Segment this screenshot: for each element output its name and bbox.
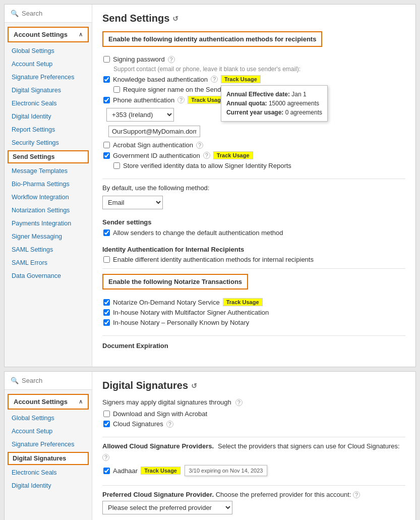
default-method-select[interactable]: Email Phone KBA	[102, 196, 163, 209]
default-method-section: By default, use the following method: Em…	[102, 184, 405, 209]
send-settings-sidebar: 🔍 Account Settings ∧ Global Settings Acc…	[5, 5, 92, 367]
sidebar-item-global-settings[interactable]: Global Settings	[5, 44, 92, 57]
signers-apply-help-icon[interactable]: ?	[235, 399, 243, 406]
inhouse-multifactor-checkbox[interactable]	[103, 309, 110, 316]
signing-password-checkbox[interactable]	[103, 56, 110, 63]
search-input[interactable]	[22, 10, 86, 17]
notarize-on-demand-track-usage-button[interactable]: Track Usage	[223, 298, 263, 306]
sidebar-item-account-setup[interactable]: Account Setup	[5, 57, 92, 71]
store-verified-row: Store verified identity data to allow Si…	[113, 162, 405, 169]
signers-apply-section: Signers may apply digital signatures thr…	[102, 398, 405, 428]
require-signer-name-checkbox[interactable]	[113, 86, 120, 93]
signers-apply-label: Signers may apply digital signatures thr…	[102, 398, 231, 406]
gov-id-checkbox[interactable]	[103, 152, 110, 159]
sidebar-item-saml-errors[interactable]: SAML Errors	[5, 256, 92, 269]
aadhaar-row: Aadhaar Track Usage 3/10 expiring on Nov…	[103, 465, 405, 476]
account-settings-toggle[interactable]: Account Settings ∧	[8, 27, 89, 42]
sidebar-item-send-settings[interactable]: Send Settings	[8, 150, 89, 163]
default-method-select-wrapper: Email Phone KBA	[102, 196, 405, 209]
digital-sig-divider1	[102, 437, 405, 437]
sidebar-item-saml-settings[interactable]: SAML Settings	[5, 243, 92, 256]
signing-password-label: Signing password	[113, 55, 165, 63]
kba-track-usage-button[interactable]: Track Usage	[221, 75, 261, 83]
sidebar-item-electronic-seals[interactable]: Electronic Seals	[5, 97, 92, 110]
digital-sig-account-settings-label: Account Settings	[14, 398, 68, 406]
gov-id-label: Government ID authentication	[113, 152, 200, 159]
gov-id-track-usage-button[interactable]: Track Usage	[213, 151, 253, 159]
phone-auth-help-icon[interactable]: ?	[177, 96, 185, 103]
preferred-provider-desc: Choose the preferred provider for this a…	[216, 491, 351, 498]
sidebar-item-report-settings[interactable]: Report Settings	[5, 123, 92, 136]
preferred-provider-help-icon[interactable]: ?	[353, 491, 360, 498]
gov-id-help-icon[interactable]: ?	[203, 152, 210, 159]
kba-label: Knowledge based authentication	[113, 76, 208, 83]
sidebar-item-digital-identity[interactable]: Digital Identity	[5, 110, 92, 123]
refresh-icon[interactable]: ↺	[172, 15, 178, 23]
digital-sig-sidebar-item-account-setup[interactable]: Account Setup	[5, 425, 92, 438]
default-method-row: By default, use the following method:	[102, 184, 405, 192]
kba-tooltip: Annual Effective date: Jan 1 Annual quot…	[221, 85, 328, 122]
download-acrobat-checkbox[interactable]	[103, 411, 110, 417]
digital-signatures-main: Digital Signatures ↺ Signers may apply d…	[92, 372, 415, 520]
allow-change-method-checkbox[interactable]	[103, 229, 110, 236]
aadhaar-checkbox[interactable]	[103, 468, 110, 474]
cloud-signatures-help-icon[interactable]: ?	[166, 421, 173, 428]
send-settings-main: Send Settings ↺ Enable the following ide…	[92, 5, 415, 367]
page-title-text: Send Settings	[102, 13, 169, 24]
acrobat-sign-auth-label: Acrobat Sign authentication	[113, 141, 193, 149]
digital-sig-search-input[interactable]	[22, 377, 86, 384]
phone-country-select[interactable]: +353 (Ireland) +1 (USA) +44 (UK)	[106, 108, 174, 122]
cloud-signatures-checkbox[interactable]	[103, 421, 110, 427]
sidebar-item-notarization-settings[interactable]: Notarization Settings	[5, 204, 92, 217]
kba-checkbox[interactable]	[103, 76, 110, 83]
divider3	[102, 335, 405, 336]
sidebar-item-signature-preferences[interactable]: Signature Preferences	[5, 71, 92, 84]
notarize-section: Enable the following Notarize Transactio…	[102, 274, 405, 326]
digital-sig-sidebar-item-sig-prefs[interactable]: Signature Preferences	[5, 438, 92, 451]
sidebar-item-digital-signatures[interactable]: Digital Signatures	[5, 84, 92, 97]
internal-auth-enable-checkbox[interactable]	[103, 256, 110, 263]
digital-sig-account-settings-toggle[interactable]: Account Settings ∧	[8, 394, 89, 410]
screenshot-container: 🔍 Account Settings ∧ Global Settings Acc…	[0, 0, 420, 520]
digital-sig-sidebar-item-digital-identity[interactable]: Digital Identity	[5, 479, 92, 492]
gov-id-row: Government ID authentication ? Track Usa…	[103, 151, 405, 159]
preferred-provider-select[interactable]: Please select the preferred provider	[102, 501, 232, 514]
notarize-on-demand-checkbox[interactable]	[103, 299, 110, 306]
digital-sig-sidebar-item-digital-sigs[interactable]: Digital Signatures	[8, 452, 89, 465]
aadhaar-track-usage-button[interactable]: Track Usage	[141, 467, 181, 475]
sidebar-item-signer-messaging[interactable]: Signer Messaging	[5, 230, 92, 243]
sidebar-item-workflow-integration[interactable]: Workflow Integration	[5, 191, 92, 204]
digital-sig-refresh-icon[interactable]: ↺	[191, 382, 197, 390]
allowed-providers-label: Allowed Cloud Signature Providers.	[102, 442, 214, 450]
sidebar-item-bio-pharma[interactable]: Bio-Pharma Settings	[5, 178, 92, 191]
digital-sig-sidebar-item-electronic-seals[interactable]: Electronic Seals	[5, 466, 92, 479]
sidebar-item-security-settings[interactable]: Security Settings	[5, 136, 92, 149]
allowed-providers-section: Allowed Cloud Signature Providers. Selec…	[102, 442, 405, 476]
acrobat-sign-auth-help-icon[interactable]: ?	[196, 142, 203, 149]
digital-sig-page-title-text: Digital Signatures	[102, 380, 188, 391]
account-settings-section: Account Settings ∧ Global Settings Accou…	[5, 23, 92, 284]
doc-expiration-heading: Document Expiration	[102, 342, 405, 350]
account-settings-label: Account Settings	[14, 31, 68, 38]
digital-sig-sidebar-section: Account Settings ∧ Global Settings Accou…	[5, 390, 92, 494]
sidebar-item-message-templates[interactable]: Message Templates	[5, 164, 92, 178]
phone-auth-checkbox[interactable]	[103, 97, 110, 103]
store-verified-checkbox[interactable]	[113, 162, 120, 169]
sidebar-search-bar[interactable]: 🔍	[5, 5, 92, 23]
sidebar-item-payments-integration[interactable]: Payments Integration	[5, 217, 92, 230]
sidebar-item-data-governance[interactable]: Data Governance	[5, 269, 92, 282]
inhouse-personally-known-checkbox[interactable]	[103, 319, 110, 326]
kba-help-icon[interactable]: ?	[211, 76, 218, 83]
inhouse-multifactor-label: In-house Notary with Multifactor Signer …	[113, 309, 269, 316]
notarize-on-demand-row: Notarize On-Demand Notary Service Track …	[103, 298, 405, 306]
aadhaar-track-usage-wrapper: Track Usage 3/10 expiring on Nov 14, 202…	[141, 465, 267, 476]
acrobat-sign-auth-checkbox[interactable]	[103, 142, 110, 148]
identity-auth-section-label: Enable the following identity authentica…	[102, 31, 322, 47]
allowed-providers-help-icon[interactable]: ?	[102, 454, 109, 461]
signing-password-help-icon[interactable]: ?	[168, 56, 175, 63]
phone-support-input[interactable]	[108, 126, 200, 137]
digital-sig-sidebar-search-bar[interactable]: 🔍	[5, 372, 92, 390]
digital-sig-sidebar-item-global[interactable]: Global Settings	[5, 412, 92, 425]
digital-signatures-panel: 🔍 Account Settings ∧ Global Settings Acc…	[4, 371, 416, 520]
inhouse-personally-known-label: In-house Notary – Personally Known by No…	[113, 319, 249, 326]
